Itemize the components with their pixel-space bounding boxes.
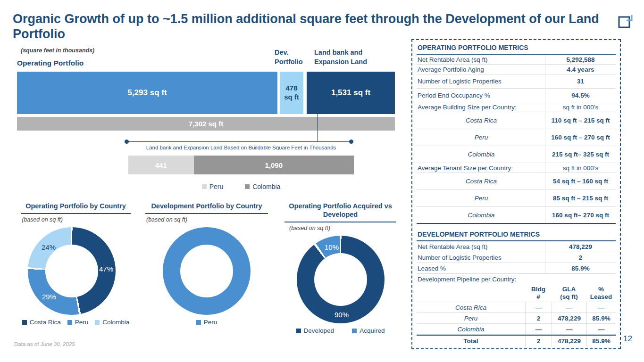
pipeline-row: Costa Rica — — — [417, 302, 616, 313]
pipeline-row: Colombia — — — [417, 324, 616, 335]
table-row: Number of Logistic Properties 31 [417, 74, 616, 89]
donut-acquired-vs-developed: Operating Portfolio Acquired vs Develope… [284, 202, 396, 334]
legend-item-peru: Peru [67, 319, 89, 326]
donut-development-by-country: Development Portfolio by Country (based … [145, 202, 268, 326]
connector-vertical-line [317, 114, 318, 142]
pipeline-leased: — [586, 302, 616, 313]
legend-label: Peru [204, 319, 217, 326]
pipeline-leased: 85.9% [586, 313, 616, 323]
pipeline-gla: — [552, 302, 586, 313]
peru-swatch-icon [202, 184, 207, 189]
pipeline-gla: 478,229 [552, 313, 586, 323]
table-row: Peru 85 sq ft – 215 sq ft [417, 190, 616, 207]
peru-swatch-icon [67, 320, 72, 325]
metric-value: 85 sq ft – 215 sq ft [545, 190, 616, 206]
chart-legend: Developed Acquired [284, 327, 396, 334]
pipeline-section-label: Development Pipeline per Country: [417, 274, 616, 284]
land-colombia-segment: 1,090 [194, 156, 354, 174]
metric-value: 85.9% [545, 263, 616, 273]
dev-portfolio-label: Dev. Portfolio [275, 48, 303, 66]
metric-label: Net Rentable Area (sq ft) [417, 55, 545, 64]
metrics-panel: OPERATING PORTFOLIO METRICS Net Rentable… [411, 39, 621, 349]
table-row: Net Rentable Area (sq ft) 5,292,588 [417, 55, 616, 65]
legend-label: Peru [209, 183, 224, 190]
col-header-gla: GLA (sq ft) [552, 284, 586, 302]
legend-item-colombia: Colombia [95, 319, 129, 326]
metric-label: Peru [417, 190, 545, 206]
land-bank-legend: Peru Colombia [128, 183, 354, 190]
pipeline-leased: — [586, 324, 616, 334]
connector-dot-left [125, 140, 129, 144]
metric-value: 4.4 years [545, 65, 616, 74]
pipeline-country: Peru [417, 313, 525, 323]
table-row: Average Building Size per Country: sq ft… [417, 102, 616, 112]
footer-prefix: Data as of [14, 341, 41, 347]
legend-item-costa-rica: Costa Rica [22, 319, 61, 326]
table-row: Period End Occupancy % 94.5% [417, 89, 616, 102]
metric-label: Costa Rica [417, 112, 545, 129]
land-bank-stacked-bar: 441 1,090 [128, 156, 354, 174]
operating-metrics-header: OPERATING PORTFOLIO METRICS [417, 40, 616, 55]
connector-horizontal-line [126, 141, 351, 142]
chart-title: Development Portfolio by Country [145, 202, 268, 214]
metric-value: 94.5% [545, 89, 616, 102]
page-number: 12 [623, 334, 632, 344]
legend-label: Colombia [102, 319, 129, 326]
donut-chart [163, 227, 251, 315]
table-row: Colombia 215 sq ft– 325 sq ft [417, 146, 616, 163]
metric-value: 160 sq ft – 270 sq ft [545, 129, 616, 146]
table-row: Net Rentable Area (sq ft) 478,229 [417, 241, 616, 252]
operating-portfolio-label: Operating Portfolio [17, 59, 84, 67]
connector-dot-right [349, 140, 353, 144]
table-row: Average Portfolio Aging 4.4 years [417, 65, 616, 74]
metric-value: 31 [545, 74, 616, 88]
metric-label: Average Tenant Size per Country: [417, 163, 545, 173]
pipeline-total-label: Total [417, 336, 525, 346]
colombia-swatch-icon [245, 184, 250, 189]
slice-label-peru: 29% [42, 293, 56, 301]
pipeline-total-leased: 85.9% [586, 336, 616, 346]
donut-chart: 47% 29% 24% [28, 227, 116, 315]
donut-operating-by-country: Operating Portfolio by Country (based on… [21, 202, 131, 326]
pipeline-bldg: — [525, 324, 552, 334]
metric-label: Peru [417, 129, 545, 146]
legend-label: Acquired [360, 327, 385, 334]
costa-rica-swatch-icon [22, 320, 27, 325]
metric-value: 160 sq ft– 270 sq ft [545, 207, 616, 223]
metric-label: Colombia [417, 146, 545, 163]
chart-title: Operating Portfolio by Country [21, 202, 131, 214]
pipeline-gla: — [552, 324, 586, 334]
operating-portfolio-bar: 5,293 sq ft [17, 72, 277, 114]
metric-label: Number of Logistic Properties [417, 252, 545, 263]
table-row: Average Tenant Size per Country: sq ft i… [417, 163, 616, 173]
dev-portfolio-bar: 478 sq ft [280, 72, 303, 114]
legend-item-peru: Peru [202, 183, 224, 190]
metric-value: 215 sq ft– 325 sq ft [545, 146, 616, 163]
footer-date: June 30, 2025 [41, 341, 75, 347]
development-metrics-header: DEVELOPMENT PORTFOLIO METRICS [417, 227, 616, 241]
pipeline-bldg: — [525, 302, 552, 313]
table-row: Peru 160 sq ft – 270 sq ft [417, 129, 616, 146]
data-as-of-note: Data as of June 30, 2025 [14, 341, 75, 347]
pipeline-country: Costa Rica [417, 302, 525, 313]
metric-value: sq ft in 000’s [545, 102, 616, 112]
metric-label: Leased % [417, 263, 545, 273]
company-logo-icon [616, 12, 635, 31]
table-row: Leased % 85.9% [417, 263, 616, 274]
land-bank-bar: 1,531 sq ft [307, 72, 395, 114]
chart-note: (based on sq ft) [145, 214, 268, 223]
chart-note: (based on sq ft) [284, 222, 396, 231]
table-row: Costa Rica 110 sq ft – 215 sq ft [417, 112, 616, 129]
legend-label: Costa Rica [30, 319, 61, 326]
stacked-bar-chart: 5,293 sq ft 478 sq ft 1,531 sq ft [17, 72, 395, 114]
peru-swatch-icon [196, 320, 201, 325]
pipeline-header-row: Bldg # GLA (sq ft) % Leased [417, 284, 616, 302]
pipeline-country-header [417, 284, 525, 302]
metric-label: Colombia [417, 207, 545, 223]
chart-note: (based on sq ft) [21, 214, 131, 223]
operating-portfolio-value: 5,293 sq ft [127, 88, 167, 98]
pipeline-bldg: 2 [525, 313, 552, 323]
developed-swatch-icon [296, 329, 301, 333]
metric-label: Costa Rica [417, 173, 545, 189]
table-row: Colombia 160 sq ft– 270 sq ft [417, 207, 616, 224]
